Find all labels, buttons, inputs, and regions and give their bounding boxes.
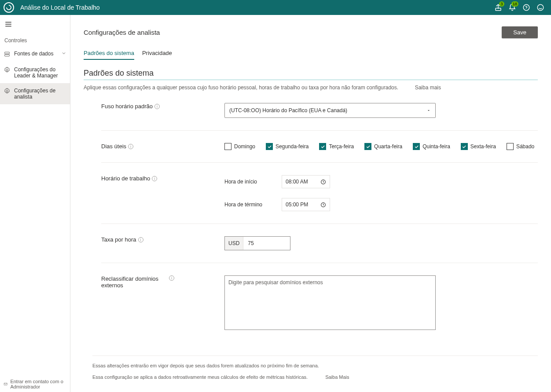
app-title: Análise do Local de Trabalho bbox=[20, 4, 100, 11]
day-checkbox[interactable]: Segunda-feira bbox=[266, 143, 309, 150]
info-icon[interactable]: i bbox=[138, 237, 143, 242]
chevron-down-icon bbox=[426, 108, 431, 113]
sidebar-item-data-sources[interactable]: Fontes de dados bbox=[0, 46, 70, 62]
footer-learn-more-link[interactable]: Saiba Mais bbox=[325, 374, 349, 380]
timezone-select[interactable]: (UTC-08:OO) Horário do Pacífico (EUA e C… bbox=[224, 103, 436, 118]
main-content: Configurações de analista Save Padrões d… bbox=[70, 15, 551, 392]
working-hours-label: Horário de trabalho bbox=[101, 175, 150, 182]
checkbox-icon bbox=[507, 143, 514, 150]
sidebar: Controles Fontes de dados Configurações … bbox=[0, 15, 70, 392]
day-checkbox[interactable]: Sábado bbox=[507, 143, 534, 150]
info-icon[interactable]: i bbox=[154, 104, 160, 109]
day-checkbox[interactable]: Sexta-feira bbox=[461, 143, 496, 150]
hamburger-icon bbox=[4, 20, 12, 28]
day-label: Domingo bbox=[234, 143, 255, 150]
tab-privacy[interactable]: Privacidade bbox=[142, 48, 172, 60]
tab-system-defaults[interactable]: Padrões do sistema bbox=[84, 48, 134, 60]
start-time-label: Hora de início bbox=[224, 179, 273, 185]
external-domains-input[interactable]: Digite para pesquisar domínios externos bbox=[224, 275, 436, 330]
sidebar-toggle[interactable] bbox=[0, 15, 70, 35]
tabs: Padrões do sistema Privacidade bbox=[84, 48, 538, 60]
svg-point-2 bbox=[537, 4, 544, 11]
share-badge: 3 bbox=[499, 1, 504, 7]
svg-rect-3 bbox=[5, 52, 10, 54]
question-icon bbox=[522, 4, 530, 11]
topbar: Análise do Local de Trabalho 3 18 bbox=[0, 0, 551, 15]
share-button[interactable]: 3 bbox=[491, 0, 505, 15]
end-time-input[interactable]: 05:00 PM bbox=[282, 198, 330, 211]
footer-note-2: Essa configuração se aplica a dados retr… bbox=[92, 374, 308, 380]
sidebar-item-label: Configurações de analista bbox=[14, 88, 66, 100]
day-label: Sábado bbox=[516, 143, 534, 150]
row-working-hours: Horário de trabalho i Hora de início 08:… bbox=[101, 163, 538, 224]
checkbox-icon bbox=[224, 143, 231, 150]
external-domains-placeholder: Digite para pesquisar domínios externos bbox=[228, 279, 323, 286]
footer-notes: Essas alterações entrarão em vigor depoi… bbox=[92, 355, 538, 380]
mail-icon bbox=[4, 381, 7, 387]
notifications-button[interactable]: 18 bbox=[505, 0, 519, 15]
footer-note-1: Essas alterações entrarão em vigor depoi… bbox=[92, 363, 319, 368]
day-label: Quinta-feira bbox=[422, 143, 450, 150]
section-help-text: Aplique essas configurações a qualquer p… bbox=[84, 84, 398, 91]
day-label: Sexta-feira bbox=[470, 143, 496, 150]
sidebar-item-label: Configurações do Leader & Manager bbox=[14, 66, 66, 79]
svg-point-6 bbox=[6, 90, 8, 92]
svg-rect-4 bbox=[5, 55, 10, 56]
page-title: Configurações de analista bbox=[84, 29, 160, 36]
sidebar-item-label: Fontes de dados bbox=[14, 51, 58, 57]
row-hourly-rate: Taxa por hora i USD 75 bbox=[101, 224, 538, 263]
end-time-value: 05:00 PM bbox=[286, 201, 308, 208]
app-logo-icon bbox=[4, 2, 14, 13]
bell-badge: 18 bbox=[511, 1, 518, 7]
svg-rect-7 bbox=[4, 383, 7, 385]
clock-icon bbox=[320, 202, 326, 208]
start-time-value: 08:00 AM bbox=[286, 179, 308, 185]
end-time-label: Hora de término bbox=[224, 201, 273, 208]
hourly-rate-label: Taxa por hora bbox=[101, 236, 136, 243]
svg-point-5 bbox=[6, 69, 8, 71]
info-icon[interactable]: i bbox=[169, 275, 174, 281]
sidebar-footer-label: Entrar em contato com o Administrador bbox=[10, 379, 66, 389]
start-time-input[interactable]: 08:00 AM bbox=[282, 175, 330, 188]
day-checkbox[interactable]: Domingo bbox=[224, 143, 255, 150]
sidebar-item-analyst-settings[interactable]: Configurações de analista bbox=[0, 83, 70, 104]
day-label: Terça-feira bbox=[329, 143, 354, 150]
external-domains-label: Reclassificar domínios externos bbox=[101, 275, 167, 289]
rate-value: 75 bbox=[243, 240, 258, 246]
info-icon[interactable]: i bbox=[128, 144, 133, 149]
smile-icon bbox=[536, 4, 544, 11]
timezone-label: Fuso horário padrão bbox=[101, 103, 153, 110]
day-checkbox[interactable]: Quarta-feira bbox=[364, 143, 402, 150]
sidebar-item-leader-manager[interactable]: Configurações do Leader & Manager bbox=[0, 62, 70, 83]
currency-label: USD bbox=[225, 237, 243, 250]
row-working-days: Dias úteis i DomingoSegunda-feiraTerça-f… bbox=[101, 131, 538, 163]
sidebar-footer[interactable]: Entrar em contato com o Administrador bbox=[0, 376, 70, 392]
checkbox-checked-icon bbox=[319, 143, 326, 150]
clock-icon bbox=[320, 179, 326, 185]
database-icon bbox=[4, 51, 11, 58]
gear-icon bbox=[4, 66, 11, 73]
day-checkbox[interactable]: Terça-feira bbox=[319, 143, 354, 150]
section-heading: Padrões do sistema bbox=[84, 69, 538, 80]
checkbox-checked-icon bbox=[364, 143, 371, 150]
timezone-value: (UTC-08:OO) Horário do Pacífico (EUA e C… bbox=[229, 107, 347, 114]
chevron-down-icon bbox=[61, 51, 66, 56]
day-checkbox[interactable]: Quinta-feira bbox=[413, 143, 450, 150]
row-external-domains: Reclassificar domínios externos i Digite… bbox=[101, 263, 538, 342]
learn-more-link[interactable]: Saiba mais bbox=[415, 84, 538, 91]
hourly-rate-input[interactable]: USD 75 bbox=[224, 236, 290, 250]
row-timezone: Fuso horário padrão i (UTC-08:OO) Horári… bbox=[101, 91, 538, 131]
checkbox-checked-icon bbox=[461, 143, 468, 150]
info-icon[interactable]: i bbox=[152, 176, 157, 181]
day-label: Quarta-feira bbox=[374, 143, 402, 150]
save-button[interactable]: Save bbox=[502, 26, 538, 38]
day-label: Segunda-feira bbox=[276, 143, 309, 150]
checkbox-checked-icon bbox=[266, 143, 273, 150]
checkbox-checked-icon bbox=[413, 143, 420, 150]
gear-icon bbox=[4, 88, 11, 95]
help-button[interactable] bbox=[519, 0, 533, 15]
working-days-label: Dias úteis bbox=[101, 143, 126, 150]
sidebar-section-label: Controles bbox=[0, 35, 70, 46]
feedback-button[interactable] bbox=[533, 0, 547, 15]
